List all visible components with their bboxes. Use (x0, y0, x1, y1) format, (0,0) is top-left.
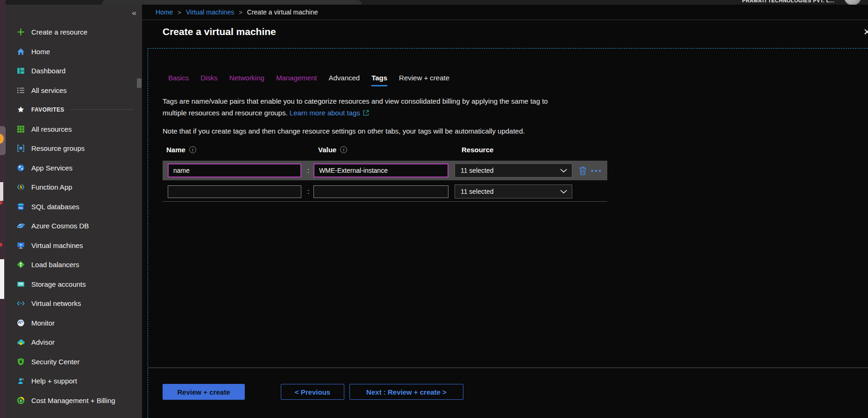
more-options-icon[interactable]: ••• (591, 167, 603, 175)
tab-advanced[interactable]: Advanced (328, 74, 360, 86)
sidebar-item-create-a-resource[interactable]: Create a resource (6, 22, 142, 42)
help-support-icon (16, 376, 25, 386)
column-header-name: Name i (166, 146, 196, 154)
sidebar-item-label: Virtual machines (31, 241, 83, 249)
sidebar-item-app-services[interactable]: App Services (6, 158, 142, 178)
breadcrumb-virtual-machines[interactable]: Virtual machines (186, 8, 234, 16)
sidebar-item-label: All services (31, 86, 67, 94)
delete-tag-icon[interactable] (578, 166, 587, 176)
external-link-icon (363, 108, 370, 120)
sidebar-item-favorites: FAVORITES (6, 100, 142, 120)
sidebar-item-all-resources[interactable]: All resources (6, 120, 142, 139)
dock-app-icon-fragment[interactable] (0, 182, 3, 201)
dock-app-icon-fragment[interactable] (0, 259, 4, 299)
tag-value-input[interactable] (313, 163, 448, 177)
column-header-resource: Resource (462, 146, 493, 154)
dashboard-icon (16, 66, 25, 76)
sidebar-item-sql-databases[interactable]: SQLSQL databases (6, 197, 142, 217)
sidebar-item-label: Cost Management + Billing (31, 397, 115, 404)
tags-note: Note that if you create tags and then ch… (163, 127, 525, 135)
sidebar-item-all-services[interactable]: All services (6, 81, 142, 100)
page-title: Create a virtual machine (163, 26, 276, 37)
breadcrumb-separator: > (239, 9, 242, 16)
sidebar-item-label: Monitor (31, 319, 55, 327)
resource-dropdown-value: 11 selected (461, 188, 494, 195)
sidebar-item-label: Function App (31, 183, 72, 191)
footer-buttons: Review + create < Previous Next : Review… (163, 384, 463, 400)
sidebar-item-label: Storage accounts (31, 280, 86, 288)
directory-name[interactable]: PRAMATI TECHNOLOGIES PVT. L... (742, 0, 834, 3)
tab-basics[interactable]: Basics (168, 74, 189, 86)
chevron-down-icon (560, 190, 567, 194)
colon-separator: : (307, 167, 309, 174)
sidebar-item-load-balancers[interactable]: Load balancers (6, 255, 142, 275)
grid-icon (16, 124, 25, 134)
sidebar-item-monitor[interactable]: Monitor (6, 313, 142, 333)
sidebar-item-storage-accounts[interactable]: Storage accounts (6, 275, 142, 294)
sidebar-item-resource-groups[interactable]: Resource groups (6, 139, 142, 158)
sidebar-item-label: Virtual networks (31, 299, 81, 307)
sidebar-item-cost-management-billing[interactable]: $Cost Management + Billing (6, 391, 142, 411)
sidebar: « Create a resourceHomeDashboardAll serv… (6, 5, 142, 418)
column-header-value: Value i (318, 146, 347, 154)
tags-description-line2: multiple resources and resource groups. (163, 109, 288, 117)
sidebar-item-label: Security Center (31, 358, 79, 366)
security-center-icon (16, 357, 25, 366)
sidebar-item-label: Help + support (31, 377, 77, 385)
info-icon[interactable]: i (340, 146, 347, 153)
tab-disks[interactable]: Disks (200, 74, 218, 86)
tag-row-1: : 11 selected ••• (163, 161, 607, 180)
sidebar-item-label: SQL databases (31, 203, 79, 211)
sidebar-collapse-icon[interactable]: « (132, 8, 136, 18)
sidebar-item-help-support[interactable]: Help + support (6, 371, 142, 391)
function-app-icon (16, 183, 25, 192)
home-icon (16, 47, 25, 56)
svg-text:SQL: SQL (18, 207, 23, 209)
tab-management[interactable]: Management (276, 74, 317, 86)
load-balancers-icon (16, 260, 25, 269)
info-icon[interactable]: i (189, 146, 196, 153)
scrollbar-thumb[interactable] (137, 78, 142, 88)
breadcrumb-home[interactable]: Home (156, 8, 173, 16)
tags-description: Tags are name/value pairs that enable yo… (163, 95, 548, 120)
sidebar-item-home[interactable]: Home (6, 42, 142, 62)
tab-review-create[interactable]: Review + create (399, 74, 449, 86)
tag-name-input-empty[interactable] (168, 185, 301, 198)
sidebar-item-label: Advisor (31, 338, 55, 346)
sidebar-item-security-center[interactable]: Security Center (6, 352, 142, 372)
sidebar-item-virtual-networks[interactable]: Virtual networks (6, 294, 142, 313)
close-icon[interactable]: ✕ (863, 27, 868, 37)
sidebar-item-label: App Services (31, 164, 72, 172)
sidebar-item-label: Create a resource (31, 28, 87, 36)
resource-dropdown-value: 11 selected (461, 167, 494, 174)
sidebar-item-label: FAVORITES (31, 106, 64, 113)
column-header-resource-label: Resource (462, 146, 493, 154)
browser-tab-fragment[interactable] (102, 0, 362, 5)
sidebar-item-label: Load balancers (31, 261, 79, 269)
review-create-button[interactable]: Review + create (163, 384, 245, 400)
advisor-icon (16, 338, 25, 347)
tab-tags[interactable]: Tags (371, 74, 387, 86)
previous-button[interactable]: < Previous (281, 384, 344, 400)
resource-dropdown[interactable]: 11 selected (455, 163, 572, 177)
breadcrumb-separator: > (178, 9, 181, 16)
star-icon (16, 105, 25, 114)
cost-management-icon: $ (16, 396, 25, 405)
resource-dropdown[interactable]: 11 selected (455, 184, 572, 198)
tag-row-2: : 11 selected (163, 183, 607, 200)
sidebar-item-label: All resources (31, 125, 72, 133)
sidebar-item-azure-cosmos-db[interactable]: Azure Cosmos DB (6, 216, 142, 236)
learn-more-link[interactable]: Learn more about tags (290, 109, 360, 117)
next-button[interactable]: Next : Review + create > (349, 384, 463, 400)
tag-value-input-empty[interactable] (313, 185, 448, 198)
sidebar-item-label: Resource groups (31, 144, 85, 152)
sidebar-item-advisor[interactable]: Advisor (6, 333, 142, 352)
virtual-networks-icon (16, 299, 25, 308)
sidebar-item-function-app[interactable]: Function App (6, 177, 142, 197)
tab-networking[interactable]: Networking (229, 74, 264, 86)
desktop-dock-strip (0, 0, 6, 418)
tag-name-input[interactable] (168, 163, 301, 177)
sidebar-item-dashboard[interactable]: Dashboard (6, 61, 142, 81)
sidebar-item-virtual-machines[interactable]: Virtual machines (6, 236, 142, 255)
colon-separator: : (307, 188, 309, 195)
